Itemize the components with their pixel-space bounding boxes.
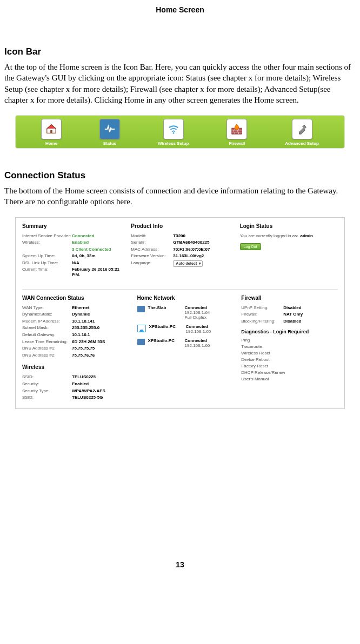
kv-row: 3 Client Connected (22, 247, 120, 252)
iconbar-wireless[interactable]: Wireless Setup (158, 119, 189, 146)
kv-key: Modem IP Address: (22, 319, 72, 324)
kv-key: Current Time: (22, 267, 72, 277)
network-device: The-SlabConnected192.168.1.64Full-Duplex (137, 305, 234, 320)
kv-key: Subnet Mask: (22, 325, 72, 331)
iconbar-firewall[interactable]: Firewall (226, 119, 247, 146)
iconbar-label: Wireless Setup (158, 141, 189, 146)
kv-value: N/A (72, 260, 79, 266)
kv-key: Firmware Version: (131, 253, 173, 259)
advanced-icon (292, 119, 312, 139)
kv-value: Connected (72, 233, 94, 239)
page-number: 13 (4, 560, 356, 569)
kv-row: DSL Link Up Time:N/A (22, 260, 120, 266)
kv-value: 75.75.76.76 (72, 353, 95, 358)
kv-key: Security Type: (22, 388, 72, 394)
language-select[interactable]: Auto-detect (173, 260, 203, 267)
icon-bar: Home Status Wireless Setup Firewall Adva… (15, 115, 345, 149)
kv-value: 0d, 0h, 33m (72, 253, 96, 259)
kv-key: Internet Service Provider: (22, 233, 72, 239)
device-info: Connected192.168.1.64Full-Duplex (185, 305, 210, 320)
kv-key: WAN Type: (22, 305, 72, 311)
status-icon (99, 119, 120, 139)
kv-row: Lease Time Remaining:6D 23H 26M 53S (22, 339, 130, 345)
kv-row: Security Type:WPA/WPA2-AES (22, 388, 130, 394)
kv-row: Language:Auto-detect (131, 260, 229, 267)
pc-device-icon (137, 339, 145, 345)
kv-row: Security:Enabled (22, 381, 130, 387)
kv-key: SSID: (22, 374, 72, 380)
diag-link[interactable]: Factory Reset (241, 364, 338, 368)
iconbar-status[interactable]: Status (99, 119, 120, 146)
summary-col: Summary Internet Service Provider:Connec… (22, 223, 120, 279)
kv-row: Internet Service Provider:Connected (22, 233, 120, 239)
kv-value: Auto-detect (173, 260, 203, 267)
firewall-col: Firewall UPnP Setting:DisabledFirewall:N… (241, 295, 338, 402)
iconbar-label: Advanced Setup (285, 141, 319, 146)
kv-row: Current Time:February 26 2016 05:21 P.M. (22, 267, 120, 277)
diag-link[interactable]: Ping (241, 338, 338, 343)
kv-row: Blocking/Filtering:Disabled (241, 319, 338, 324)
kv-value: TELUS0225 (72, 374, 96, 380)
kv-value: 6D 23H 26M 53S (72, 339, 105, 345)
kv-key: Blocking/Filtering: (241, 319, 283, 324)
kv-key: DNS Address #1: (22, 346, 72, 351)
kv-row: SSID:TELUS0225-5G (22, 395, 130, 400)
diag-link[interactable]: Device Reboot (241, 357, 338, 362)
svg-point-1 (172, 132, 174, 134)
kv-row: DNS Address #1:75.75.75.75 (22, 346, 130, 351)
kv-value: T3200 (173, 233, 185, 239)
network-device: XPStudio-PCConnected192.168.1.66 (137, 338, 234, 348)
kv-value: 10.1.10.141 (72, 319, 95, 324)
logout-button[interactable]: Log Out (240, 243, 261, 250)
device-name: XPStudio-PC (149, 324, 183, 329)
kv-key: DSL Link Up Time: (22, 260, 72, 266)
login-title: Login Status (240, 223, 338, 229)
firewall-icon (226, 119, 247, 139)
kv-row: Dynamic/Static:Dynamic (22, 312, 130, 317)
kv-key: DNS Address #2: (22, 353, 72, 358)
device-info: Connected192.168.1.65 (186, 324, 211, 334)
kv-key: UPnP Setting: (241, 305, 283, 311)
diag-link[interactable]: DHCP Release/Renew (241, 370, 338, 375)
diag-link[interactable]: User's Manual (241, 377, 338, 381)
iconbar-label: Status (103, 141, 116, 146)
diag-link[interactable]: Wireless Reset (241, 351, 338, 355)
kv-row: Subnet Mask:255.255.255.0 (22, 325, 130, 331)
kv-value: Dynamic (72, 312, 90, 317)
homenet-title: Home Network (137, 295, 234, 301)
kv-value: WPA/WPA2-AES (72, 388, 105, 394)
kv-value: Disabled (283, 319, 301, 324)
wireless-title: Wireless (22, 364, 130, 370)
paragraph-connection-status: The bottom of the Home screen consists o… (4, 185, 356, 207)
kv-value: TELUS0225-5G (72, 395, 103, 400)
diag-title: Diagnostics - Login Required (241, 329, 338, 334)
homenet-col: Home Network The-SlabConnected192.168.1.… (137, 295, 234, 402)
login-user: admin (300, 233, 313, 238)
iconbar-advanced[interactable]: Advanced Setup (285, 119, 319, 146)
kv-value: 3 Client Connected (72, 247, 111, 252)
kv-key: Default Gateway: (22, 332, 72, 338)
kv-key: Security: (22, 381, 72, 387)
heading-connection-status: Connection Status (4, 170, 356, 181)
iconbar-home[interactable]: Home (41, 119, 62, 146)
kv-value: NAT Only (283, 312, 303, 317)
network-device: XPStudio-PCConnected192.168.1.65 (137, 324, 234, 334)
kv-row: Firewall:NAT Only (241, 312, 338, 317)
kv-key: Serial#: (131, 240, 173, 245)
kv-value: 70:F1:96:07:0E:07 (173, 247, 210, 252)
device-name: XPStudio-PC (148, 338, 182, 343)
kv-key: Wireless: (22, 240, 72, 245)
wireless-icon (163, 119, 184, 139)
pc-device-icon (137, 306, 145, 312)
kv-key: Lease Time Remaining: (22, 339, 72, 345)
firewall-title: Firewall (241, 295, 338, 301)
kv-value: Disabled (283, 305, 301, 311)
product-title: Product Info (131, 223, 229, 229)
login-text: You are currently logged in as:admin (240, 233, 338, 239)
kv-row: MAC Address:70:F1:96:07:0E:07 (131, 247, 229, 252)
kv-value: February 26 2016 05:21 P.M. (72, 267, 120, 277)
device-name: The-Slab (148, 305, 182, 310)
kv-row: DNS Address #2:75.75.76.76 (22, 353, 130, 358)
diag-link[interactable]: Traceroute (241, 344, 338, 349)
kv-row: SSID:TELUS0225 (22, 374, 130, 380)
